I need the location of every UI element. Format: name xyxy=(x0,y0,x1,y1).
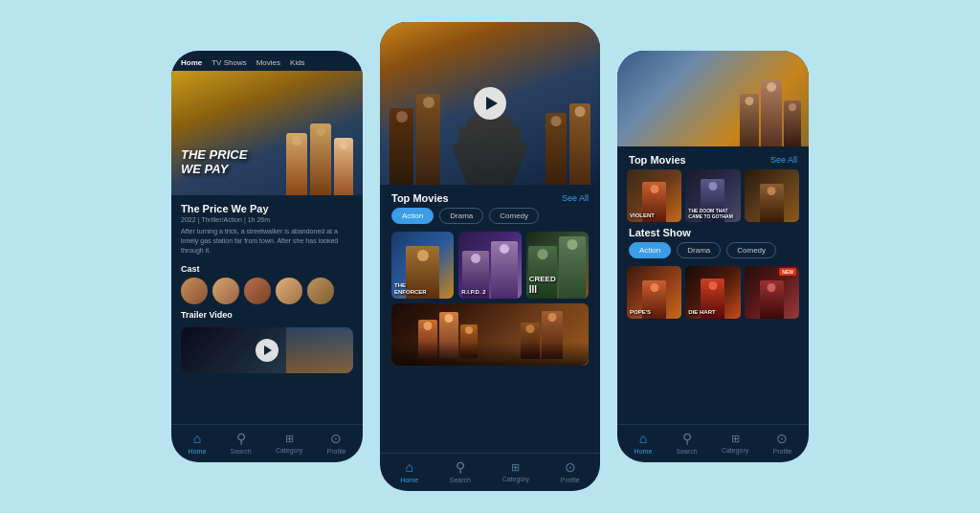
category-label-right: Category xyxy=(722,447,748,454)
profile-icon-center: ⊙ xyxy=(565,459,576,475)
movie-card-violent[interactable]: VIOLENT xyxy=(627,169,681,222)
category-icon-right: ⊞ xyxy=(731,433,740,445)
center-play-button[interactable] xyxy=(474,87,506,120)
nav-item-home-center[interactable]: ⌂ Home xyxy=(400,459,418,483)
phone-right: Top Movies See All VIOLENT THE DOOM xyxy=(617,51,809,462)
trailer-section-title: Trailer Video xyxy=(171,304,363,323)
ripd-title: R.I.P.D. 2 xyxy=(461,289,518,296)
creed-title: CREEDIII xyxy=(529,275,586,296)
home-label-left: Home xyxy=(189,448,207,455)
pill-comedy-center[interactable]: Comedy xyxy=(489,208,539,224)
cast-avatar-3 xyxy=(244,278,271,304)
bottom-nav-left: ⌂ Home ⚲ Search ⊞ Category ⊙ Profile xyxy=(171,424,363,462)
nav-movies-left[interactable]: Movies xyxy=(256,58,280,67)
search-icon-center: ⚲ xyxy=(456,459,465,475)
top-movies-header: Top Movies See All xyxy=(380,185,600,208)
pill-comedy-right[interactable]: Comedy xyxy=(726,242,776,258)
filter-pills-center: Action Drama Comedy xyxy=(380,208,600,224)
search-label-center: Search xyxy=(450,477,471,483)
movie-meta: 2022 | Thriller/Action | 1h 26m xyxy=(181,216,353,223)
price-text: THE PRICE WE PAY xyxy=(181,148,247,176)
nav-item-profile-left[interactable]: ⊙ Profile xyxy=(327,431,346,455)
category-label-left: Category xyxy=(276,447,302,454)
bottom-nav-center: ⌂ Home ⚲ Search ⊞ Category ⊙ Profile xyxy=(380,453,600,491)
profile-label-center: Profile xyxy=(561,477,580,483)
top-movies-header-right: Top Movies See All xyxy=(617,146,809,169)
violent-badge: VIOLENT xyxy=(630,212,679,219)
popes-badge: POPE'S xyxy=(630,309,679,316)
show-card-dihart[interactable]: DIE HART xyxy=(685,266,740,319)
pill-action-center[interactable]: Action xyxy=(391,208,434,224)
top-movies-grid-right: VIOLENT THE DOOM THAT CAME TO GOTHAM xyxy=(617,169,809,222)
cast-avatar-4 xyxy=(276,278,302,304)
see-all-button-center[interactable]: See All xyxy=(562,193,589,203)
movie-card-creed[interactable]: CREEDIII xyxy=(526,232,589,299)
home-icon-right: ⌂ xyxy=(639,431,647,446)
cast-row xyxy=(171,278,363,304)
category-icon-left: ⊞ xyxy=(285,433,294,445)
nav-item-profile-center[interactable]: ⊙ Profile xyxy=(561,459,580,483)
search-label-right: Search xyxy=(677,448,698,455)
profile-label-left: Profile xyxy=(327,448,346,455)
nav-item-search-center[interactable]: ⚲ Search xyxy=(450,459,471,483)
enforcer-title: THEENFORCER xyxy=(394,282,451,296)
trailer-container[interactable] xyxy=(181,327,353,373)
pill-drama-center[interactable]: Drama xyxy=(439,208,483,224)
movie-card-ripd[interactable]: R.I.P.D. 2 xyxy=(458,232,521,299)
hero-center xyxy=(380,22,600,185)
search-icon-right: ⚲ xyxy=(682,431,692,446)
pill-drama-right[interactable]: Drama xyxy=(677,242,721,258)
show-card-popes[interactable]: POPE'S xyxy=(627,266,681,319)
nav-home-left[interactable]: Home xyxy=(181,58,202,67)
cast-section-title: Cast xyxy=(171,258,363,278)
phone-center: Top Movies See All Action Drama Comedy T… xyxy=(380,22,600,491)
movie-card-gotham[interactable]: THE DOOM THAT CAME TO GOTHAM xyxy=(685,169,740,222)
nav-item-category-left[interactable]: ⊞ Category xyxy=(276,433,302,454)
movie-info-left: The Price We Pay 2022 | Thriller/Action … xyxy=(171,195,363,258)
nav-item-category-center[interactable]: ⊞ Category xyxy=(502,461,529,482)
search-label-left: Search xyxy=(231,448,252,455)
home-icon-center: ⌂ xyxy=(405,459,412,475)
show-card-3[interactable]: NEW xyxy=(745,266,799,319)
profile-icon-right: ⊙ xyxy=(776,431,788,446)
cast-avatar-5 xyxy=(307,278,334,304)
nav-item-home-right[interactable]: ⌂ Home xyxy=(635,431,653,455)
nav-item-search-left[interactable]: ⚲ Search xyxy=(231,431,252,455)
movie-grid-center: THEENFORCER R.I.P.D. 2 xyxy=(380,232,600,299)
profile-icon-left: ⊙ xyxy=(330,431,342,446)
nav-tvshows-left[interactable]: TV Shows xyxy=(212,58,246,67)
cast-avatar-2 xyxy=(212,278,239,304)
movie-card-enforcer[interactable]: THEENFORCER xyxy=(391,232,454,299)
latest-show-header: Latest Show xyxy=(617,222,809,242)
profile-label-right: Profile xyxy=(773,448,792,455)
movie-card-third[interactable] xyxy=(745,169,799,222)
pill-action-right[interactable]: Action xyxy=(629,242,671,258)
hero-left: THE PRICE WE PAY xyxy=(171,71,363,195)
category-icon-center: ⊞ xyxy=(511,461,520,474)
top-nav-left: Home TV Shows Movies Kids xyxy=(171,51,363,71)
movie-title: The Price We Pay xyxy=(181,203,353,214)
cast-avatar-1 xyxy=(181,278,208,304)
phones-container: Home TV Shows Movies Kids xyxy=(0,0,980,513)
home-label-right: Home xyxy=(635,448,653,455)
see-all-right[interactable]: See All xyxy=(770,155,797,165)
nav-item-category-right[interactable]: ⊞ Category xyxy=(722,433,748,454)
home-label-center: Home xyxy=(400,477,418,483)
wide-movie-card[interactable] xyxy=(391,303,589,366)
nav-item-search-right[interactable]: ⚲ Search xyxy=(677,431,698,455)
dihart-badge: DIE HART xyxy=(688,309,737,316)
phone-left: Home TV Shows Movies Kids xyxy=(171,51,363,462)
bottom-nav-right: ⌂ Home ⚲ Search ⊞ Category ⊙ Profile xyxy=(617,424,809,462)
filter-pills-right: Action Drama Comedy xyxy=(617,242,809,258)
category-label-center: Category xyxy=(502,476,529,482)
top-movies-title-right: Top Movies xyxy=(629,154,686,166)
gotham-badge: THE DOOM THAT CAME TO GOTHAM xyxy=(688,208,737,219)
nav-item-profile-right[interactable]: ⊙ Profile xyxy=(773,431,792,455)
top-movies-title: Top Movies xyxy=(391,192,449,204)
nav-kids-left[interactable]: Kids xyxy=(290,58,305,67)
latest-show-grid: POPE'S DIE HART NEW xyxy=(617,266,809,319)
nav-item-home-left[interactable]: ⌂ Home xyxy=(189,431,207,455)
latest-show-title: Latest Show xyxy=(629,227,691,238)
hero-right xyxy=(617,51,809,146)
search-icon-left: ⚲ xyxy=(236,431,246,446)
